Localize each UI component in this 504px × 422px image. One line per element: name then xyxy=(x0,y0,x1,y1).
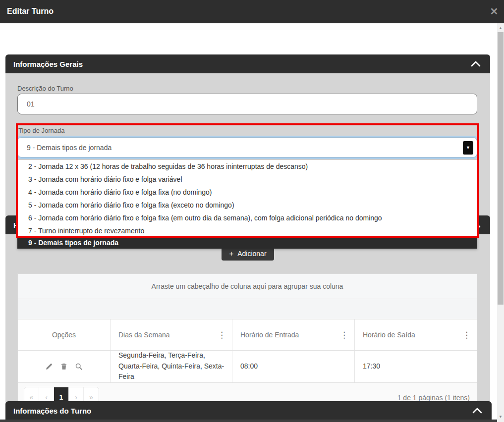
scroll-down-arrow-icon[interactable]: ▼ xyxy=(497,413,504,421)
journey-option[interactable]: 4 - Jornada com horário diário fixo e fo… xyxy=(17,186,477,199)
modal-titlebar: Editar Turno ✕ xyxy=(0,0,504,23)
row-saida-cell: 17:30 xyxy=(355,351,477,382)
journey-type-label: Tipo de Jornada xyxy=(18,127,64,134)
journey-option-selected[interactable]: 9 - Demais tipos de jornada xyxy=(17,237,477,249)
modal-bottom-edge xyxy=(0,420,497,422)
journey-option[interactable]: 7 - Turno ininterrupto de revezamento xyxy=(17,224,477,237)
row-actions-cell xyxy=(18,351,111,382)
grid-group-hint: Arraste um cabeçalho de coluna aqui para… xyxy=(18,282,477,290)
close-icon[interactable]: ✕ xyxy=(489,6,500,17)
add-button-label: Adicionar xyxy=(237,250,266,258)
description-label: Descrição do Turno xyxy=(17,85,73,92)
journey-type-selected-value: 9 - Demais tipos de jornada xyxy=(27,144,112,152)
column-menu-icon[interactable]: ⋮ xyxy=(218,330,226,340)
select-dropdown-arrow-icon[interactable]: ▼ xyxy=(463,141,473,155)
scrollbar-thumb[interactable] xyxy=(498,32,504,305)
section-header-general[interactable]: Informações Gerais xyxy=(5,54,490,73)
search-magnifier-icon[interactable] xyxy=(75,363,83,370)
journey-option[interactable]: 5 - Jornada com horário diário fixo e fo… xyxy=(17,199,477,211)
chevron-up-icon[interactable] xyxy=(472,407,483,414)
column-menu-icon[interactable]: ⋮ xyxy=(462,330,471,340)
column-header-entrada[interactable]: Horário de Entrada ⋮ xyxy=(232,319,355,350)
modal-scroll-area: Informações Gerais Descrição do Turno Ho… xyxy=(0,23,497,420)
column-header-dias[interactable]: Dias da Semana ⋮ xyxy=(111,319,232,350)
section-title-shift-info: Informações do Turno xyxy=(13,406,91,415)
section-title-general: Informações Gerais xyxy=(13,60,83,68)
description-input[interactable] xyxy=(17,94,477,114)
grid-toolbar xyxy=(18,299,477,319)
plus-icon: + xyxy=(229,249,233,258)
journey-option[interactable]: 6 - Jornada com horário diário fixo e fo… xyxy=(17,211,477,224)
journey-option[interactable]: 2 - Jornada 12 x 36 (12 horas de trabalh… xyxy=(17,160,477,173)
scroll-up-arrow-icon[interactable]: ▲ xyxy=(497,24,504,32)
column-header-opcoes: Opções xyxy=(18,319,111,350)
column-menu-icon[interactable]: ⋮ xyxy=(340,330,348,340)
schedules-grid: Arraste um cabeçalho de coluna aqui para… xyxy=(17,273,477,412)
journey-type-select[interactable]: 9 - Demais tipos de jornada ▼ xyxy=(17,137,477,158)
grid-header-row: Opções Dias da Semana ⋮ Horário de Entra… xyxy=(18,319,477,351)
row-dias-cell: Segunda-Feira, Terça-Feira, Quarta-Feira… xyxy=(111,351,232,382)
delete-trash-icon[interactable] xyxy=(60,363,68,370)
pager-info: 1 de 1 páginas (1 itens) xyxy=(397,394,470,402)
column-header-saida[interactable]: Horário de Saída ⋮ xyxy=(355,319,477,350)
modal-title: Editar Turno xyxy=(7,7,54,16)
chevron-up-icon[interactable] xyxy=(470,60,481,67)
vertical-scrollbar[interactable]: ▲ ▼ xyxy=(497,23,504,422)
edit-shift-modal: Informações Gerais Descrição do Turno Ho… xyxy=(0,0,504,422)
journey-option[interactable]: 3 - Jornada com horário diário fixo e fo… xyxy=(17,173,477,186)
edit-pencil-icon[interactable] xyxy=(45,363,53,370)
grid-group-drop-area[interactable]: Arraste um cabeçalho de coluna aqui para… xyxy=(18,274,477,299)
section-header-shift-info[interactable]: Informações do Turno xyxy=(5,401,492,420)
journey-type-dropdown: 2 - Jornada 12 x 36 (12 horas de trabalh… xyxy=(17,160,477,249)
table-row: Segunda-Feira, Terça-Feira, Quarta-Feira… xyxy=(18,351,477,383)
row-entrada-cell: 08:00 xyxy=(232,351,355,382)
